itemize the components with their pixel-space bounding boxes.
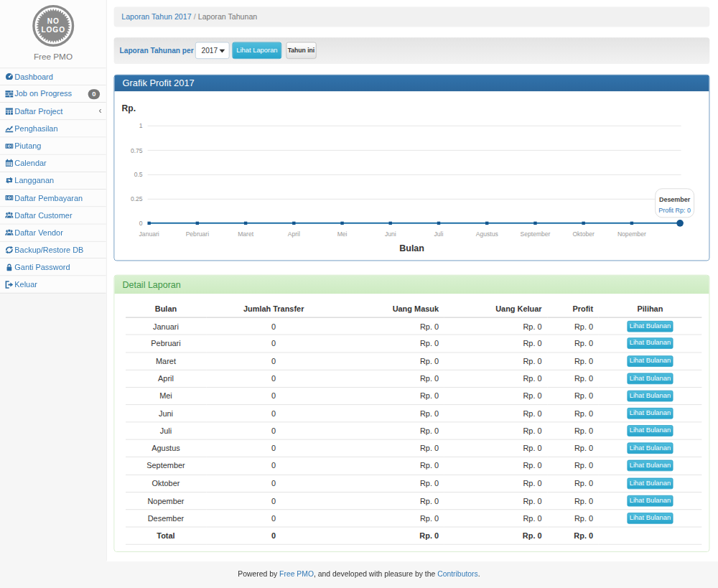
svg-text:April: April bbox=[288, 230, 300, 238]
svg-text:0.75: 0.75 bbox=[131, 147, 143, 154]
svg-text:Juni: Juni bbox=[385, 230, 396, 238]
svg-text:Oktober: Oktober bbox=[573, 230, 595, 238]
svg-text:Desember: Desember bbox=[659, 196, 691, 203]
svg-text:Nopember: Nopember bbox=[617, 230, 646, 238]
svg-text:LOGO: LOGO bbox=[41, 26, 65, 34]
svg-text:Pebruari: Pebruari bbox=[186, 230, 210, 238]
svg-text:Agustus: Agustus bbox=[476, 230, 498, 238]
svg-text:September: September bbox=[521, 230, 551, 238]
svg-text:NO: NO bbox=[47, 17, 59, 25]
svg-text:Maret: Maret bbox=[238, 230, 254, 238]
svg-text:Juli: Juli bbox=[434, 230, 444, 238]
svg-text:Rp.: Rp. bbox=[122, 103, 136, 113]
svg-text:0: 0 bbox=[139, 220, 143, 227]
svg-text:0.25: 0.25 bbox=[131, 196, 143, 203]
svg-text:Bulan: Bulan bbox=[399, 243, 424, 253]
svg-text:Januari: Januari bbox=[139, 230, 159, 238]
svg-text:0.5: 0.5 bbox=[134, 172, 143, 179]
svg-text:Profit Rp: 0: Profit Rp: 0 bbox=[658, 207, 691, 214]
svg-text:Mei: Mei bbox=[337, 230, 348, 238]
svg-text:1: 1 bbox=[139, 122, 143, 129]
